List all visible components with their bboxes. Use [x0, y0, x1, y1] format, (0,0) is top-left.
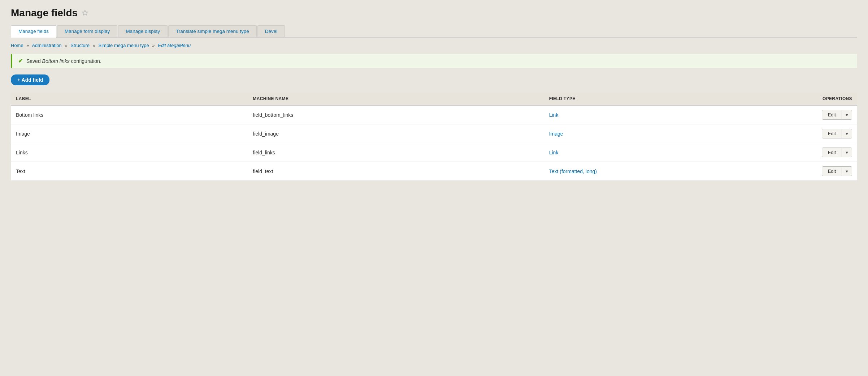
col-header-field-type: Field Type — [544, 93, 756, 105]
table-row: Bottom links field_bottom_links Link Edi… — [11, 105, 857, 124]
dropdown-arrow-3[interactable]: ▼ — [842, 167, 852, 176]
edit-button-2[interactable]: Edit — [822, 148, 842, 157]
cell-ops-1: Edit ▼ — [756, 124, 857, 143]
tabs-nav: Manage fields Manage form display Manage… — [11, 25, 857, 38]
cell-type-2: Link — [544, 143, 756, 162]
dropdown-arrow-2[interactable]: ▼ — [842, 148, 852, 157]
cell-label-3: Text — [11, 162, 248, 181]
edit-btn-group-0: Edit ▼ — [822, 110, 852, 120]
table-row: Image field_image Image Edit ▼ — [11, 124, 857, 143]
tab-manage-fields[interactable]: Manage fields — [11, 25, 56, 38]
col-header-label: Label — [11, 93, 248, 105]
page-title-text: Manage fields — [11, 7, 78, 19]
tab-translate[interactable]: Translate simple mega menu type — [168, 25, 257, 37]
cell-ops-0: Edit ▼ — [756, 105, 857, 124]
star-icon[interactable]: ☆ — [81, 8, 88, 18]
edit-btn-group-3: Edit ▼ — [822, 166, 852, 176]
edit-btn-group-1: Edit ▼ — [822, 129, 852, 138]
field-type-link-0[interactable]: Link — [549, 112, 559, 118]
edit-button-0[interactable]: Edit — [822, 110, 842, 119]
tab-manage-display[interactable]: Manage display — [118, 25, 168, 37]
breadcrumb-structure[interactable]: Structure — [70, 43, 90, 48]
edit-button-3[interactable]: Edit — [822, 167, 842, 176]
tab-devel[interactable]: Devel — [257, 25, 285, 37]
cell-machine-2: field_links — [248, 143, 544, 162]
table-header-row: Label Machine Name Field Type Operations — [11, 93, 857, 105]
table-row: Links field_links Link Edit ▼ — [11, 143, 857, 162]
edit-btn-group-2: Edit ▼ — [822, 148, 852, 157]
cell-machine-0: field_bottom_links — [248, 105, 544, 124]
cell-type-0: Link — [544, 105, 756, 124]
cell-label-2: Links — [11, 143, 248, 162]
dropdown-arrow-1[interactable]: ▼ — [842, 129, 852, 138]
cell-label-1: Image — [11, 124, 248, 143]
cell-type-3: Text (formatted, long) — [544, 162, 756, 181]
table-row: Text field_text Text (formatted, long) E… — [11, 162, 857, 181]
breadcrumb: Home » Administration » Structure » Simp… — [11, 43, 857, 48]
cell-label-0: Bottom links — [11, 105, 248, 124]
cell-ops-2: Edit ▼ — [756, 143, 857, 162]
success-message-text: Saved Bottom links configuration. — [26, 58, 101, 64]
success-message: ✔ Saved Bottom links configuration. — [11, 54, 857, 68]
breadcrumb-administration[interactable]: Administration — [32, 43, 61, 48]
cell-machine-3: field_text — [248, 162, 544, 181]
page-title: Manage fields ☆ — [11, 7, 857, 19]
field-type-link-1[interactable]: Image — [549, 131, 563, 137]
dropdown-arrow-0[interactable]: ▼ — [842, 110, 852, 119]
tab-manage-form-display[interactable]: Manage form display — [57, 25, 117, 37]
breadcrumb-menu-type[interactable]: Simple mega menu type — [99, 43, 149, 48]
fields-table: Label Machine Name Field Type Operations… — [11, 93, 857, 180]
field-type-link-3[interactable]: Text (formatted, long) — [549, 168, 597, 174]
breadcrumb-edit-megamenu[interactable]: Edit MegaMenu — [158, 43, 191, 48]
page-wrapper: Manage fields ☆ Manage fields Manage for… — [0, 0, 868, 376]
cell-machine-1: field_image — [248, 124, 544, 143]
col-header-operations: Operations — [756, 93, 857, 105]
breadcrumb-home[interactable]: Home — [11, 43, 23, 48]
edit-button-1[interactable]: Edit — [822, 129, 842, 138]
cell-ops-3: Edit ▼ — [756, 162, 857, 181]
field-type-link-2[interactable]: Link — [549, 150, 559, 155]
add-field-button[interactable]: + Add field — [11, 74, 49, 85]
col-header-machine-name: Machine Name — [248, 93, 544, 105]
cell-type-1: Image — [544, 124, 756, 143]
check-icon: ✔ — [18, 57, 23, 64]
